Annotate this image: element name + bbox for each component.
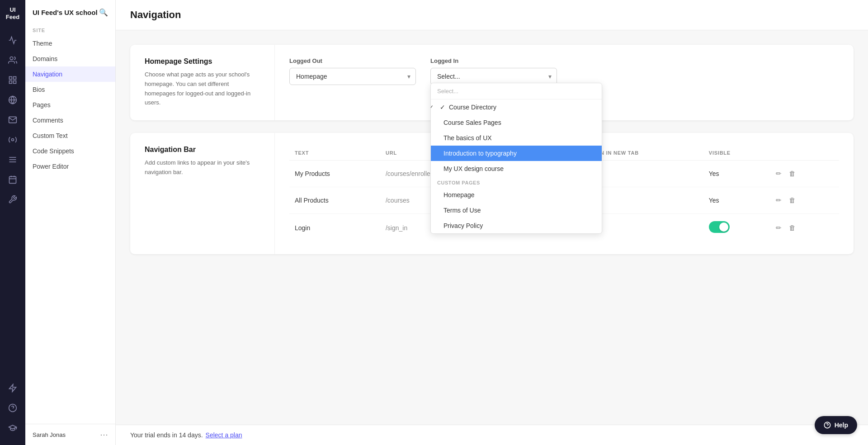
row3-toggle: [703, 214, 768, 242]
graduation-icon[interactable]: [4, 419, 22, 437]
page-header: Navigation: [116, 0, 868, 30]
content-area: Homepage Settings Choose what page acts …: [116, 30, 868, 269]
row2-actions: ✏ 🗑: [768, 187, 839, 214]
icon-rail: UIFeed: [0, 0, 25, 445]
col-visible: VISIBLE: [703, 146, 768, 161]
dropdown-item-privacy[interactable]: Privacy Policy: [431, 218, 602, 233]
row2-edit-button[interactable]: ✏: [773, 194, 784, 206]
library-icon[interactable]: [4, 151, 22, 169]
nav-bar-title: Navigation Bar: [145, 146, 260, 154]
toggle-thumb: [719, 222, 728, 232]
search-icon[interactable]: 🔍: [99, 8, 108, 17]
dropdown-item-basics-ux[interactable]: The basics of UX: [431, 130, 602, 146]
tools-icon[interactable]: [4, 190, 22, 208]
sidebar-item-pages[interactable]: Pages: [25, 97, 115, 113]
logged-out-group: Logged Out Homepage: [289, 57, 416, 85]
logged-in-group: Logged In Select... Select... ✓ Course D…: [430, 57, 557, 85]
sidebar-item-theme[interactable]: Theme: [25, 36, 115, 51]
svg-point-0: [10, 57, 13, 60]
side-nav-title: UI Feed's UX school: [33, 9, 98, 16]
dropdown-item-homepage[interactable]: Homepage: [431, 187, 602, 203]
row2-delete-button[interactable]: 🗑: [786, 194, 798, 206]
sidebar-item-bios[interactable]: Bios: [25, 82, 115, 97]
help-icon: [824, 421, 831, 429]
trial-text: Your trial ends in 14 days.: [130, 431, 203, 439]
help-circle-icon[interactable]: [4, 399, 22, 417]
svg-rect-3: [14, 81, 16, 84]
side-nav-footer: Sarah Jonas ⋯: [25, 424, 115, 445]
select-plan-link[interactable]: Select a plan: [206, 431, 242, 439]
homepage-settings-content: Logged Out Homepage Logged In Select...: [289, 57, 839, 85]
page-title: Navigation: [130, 9, 854, 21]
homepage-settings-desc: Choose what page acts as your school's h…: [145, 70, 260, 108]
dropdown-item-terms[interactable]: Terms of Use: [431, 203, 602, 218]
logged-out-label: Logged Out: [289, 57, 416, 64]
sidebar-item-power-editor[interactable]: Power Editor: [25, 159, 115, 174]
calendar-icon[interactable]: [4, 170, 22, 189]
row2-text: All Products: [289, 187, 380, 214]
nav-bar-left: Navigation Bar Add custom links to appea…: [130, 133, 275, 254]
help-label: Help: [835, 421, 848, 429]
users-icon[interactable]: [4, 51, 22, 69]
help-button[interactable]: Help: [815, 416, 857, 434]
row3-delete-button[interactable]: 🗑: [786, 222, 798, 233]
row3-visible-toggle[interactable]: [709, 221, 730, 233]
svg-rect-4: [9, 81, 12, 84]
row1-actions: ✏ 🗑: [768, 161, 839, 187]
sidebar-item-navigation[interactable]: Navigation: [25, 66, 115, 82]
dropdown-item-intro-typography[interactable]: Introduction to typography: [431, 146, 602, 161]
col-actions: [768, 146, 839, 161]
sidebar-item-comments[interactable]: Comments: [25, 113, 115, 128]
row3-actions: ✏ 🗑: [768, 214, 839, 242]
homepage-settings-title: Homepage Settings: [145, 57, 260, 66]
sidebar-item-domains[interactable]: Domains: [25, 51, 115, 66]
dropdown-item-my-ux-design[interactable]: My UX design course: [431, 161, 602, 176]
row1-delete-button[interactable]: 🗑: [786, 168, 798, 179]
dashboard-icon[interactable]: [4, 71, 22, 89]
sidebar-item-custom-text[interactable]: Custom Text: [25, 128, 115, 143]
settings-icon[interactable]: [4, 131, 22, 149]
dropdown-item-course-directory[interactable]: ✓ Course Directory: [431, 99, 602, 115]
mail-icon[interactable]: [4, 111, 22, 129]
homepage-settings-left: Homepage Settings Choose what page acts …: [130, 45, 275, 120]
row3-text: Login: [289, 214, 380, 242]
svg-marker-15: [9, 384, 16, 392]
homepage-settings-right: Logged Out Homepage Logged In Select...: [275, 45, 854, 120]
logged-in-dropdown: Select... ✓ Course Directory Course Sale…: [430, 83, 602, 234]
dropdown-group-custom-pages: Custom Pages: [431, 176, 602, 187]
logged-out-select[interactable]: Homepage: [289, 68, 416, 85]
svg-rect-11: [9, 177, 16, 184]
main-content: Navigation Homepage Settings Choose what…: [116, 0, 868, 445]
analytics-icon[interactable]: [4, 31, 22, 49]
app-logo: UIFeed: [4, 6, 21, 20]
user-name: Sarah Jonas: [33, 431, 66, 438]
sidebar-item-code-snippets[interactable]: Code Snippets: [25, 143, 115, 159]
dropdown-search-placeholder: Select...: [431, 83, 602, 99]
more-options-icon[interactable]: ⋯: [100, 430, 108, 440]
homepage-settings-card: Homepage Settings Choose what page acts …: [130, 45, 854, 120]
nav-bar-desc: Add custom links to appear in your site'…: [145, 158, 260, 177]
svg-point-7: [12, 139, 14, 141]
row1-visible: Yes: [703, 161, 768, 187]
logged-out-select-wrapper: Homepage: [289, 68, 416, 85]
logged-in-label: Logged In: [430, 57, 557, 64]
col-text: TEXT: [289, 146, 380, 161]
dropdown-item-course-sales[interactable]: Course Sales Pages: [431, 115, 602, 130]
svg-rect-2: [14, 77, 16, 80]
svg-rect-1: [9, 77, 12, 80]
row1-edit-button[interactable]: ✏: [773, 168, 784, 180]
row2-visible: Yes: [703, 187, 768, 214]
row3-edit-button[interactable]: ✏: [773, 222, 784, 234]
lightning-icon[interactable]: [4, 379, 22, 397]
side-nav: UI Feed's UX school 🔍 SITE Theme Domains…: [25, 0, 116, 445]
row1-text: My Products: [289, 161, 380, 187]
site-section-label: SITE: [25, 21, 115, 36]
globe-icon[interactable]: [4, 91, 22, 109]
trial-bar: Your trial ends in 14 days. Select a pla…: [116, 425, 868, 445]
side-nav-header: UI Feed's UX school 🔍: [25, 0, 115, 21]
